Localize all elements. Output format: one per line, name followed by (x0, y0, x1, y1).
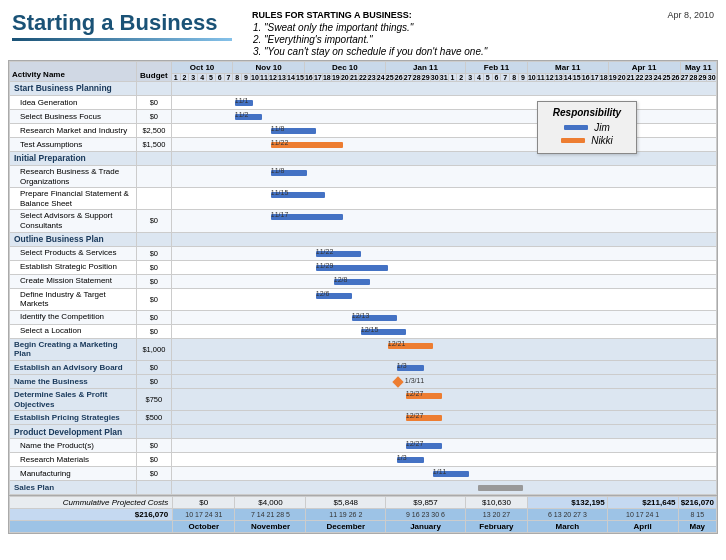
activity-name: Select Advisors & Support Consultants (10, 210, 137, 232)
title-underline (12, 38, 232, 41)
cumulative-label: Cummulative Projected Costs (10, 497, 173, 509)
activity-name: Test Assumptions (10, 138, 137, 152)
jim-color-bar (564, 125, 588, 130)
activity-name: Name the Business (10, 374, 137, 388)
activity-name: Start Business Planning (10, 82, 137, 96)
footer-table: Cummulative Projected Costs $0 $4,000 $5… (9, 496, 717, 533)
header: Starting a Business RULES FOR STARTING A… (4, 4, 722, 60)
jan-header: Jan 11 (385, 62, 465, 74)
activity-row: Name the Business$01/3/11 (10, 374, 717, 388)
activity-name: Initial Preparation (10, 152, 137, 166)
activity-name: Research Business & Trade Organizations (10, 166, 137, 188)
nov-days-label: 7 14 21 28 5 (235, 509, 306, 521)
activity-name: Manufacturing (10, 467, 137, 481)
budget-cell: $0 (136, 467, 171, 481)
activity-row: Prepare Financial Statement & Balance Sh… (10, 188, 717, 210)
budget-cell: $0 (136, 274, 171, 288)
apr-days-label: 10 17 24 1 (607, 509, 678, 521)
activity-row: Establish Pricing Strategies$50012/27 (10, 411, 717, 425)
budget-cell: $1,500 (136, 138, 171, 152)
budget-cell: $0 (136, 374, 171, 388)
nov-header: Nov 10 (233, 62, 305, 74)
cost-dec: $5,848 (306, 497, 386, 509)
date-label: Apr 8, 2010 (667, 10, 714, 58)
gantt-bar-area (171, 232, 716, 246)
month-dec: December (306, 521, 386, 533)
section-row: Start Business Planning (10, 82, 717, 96)
budget-cell: $500 (136, 411, 171, 425)
cost-feb: $10,630 (465, 497, 527, 509)
rule-2: "Everything's important." (264, 34, 667, 45)
nikki-color-bar (561, 138, 585, 143)
jan-days-label: 9 16 23 30 6 (386, 509, 466, 521)
activity-name: Select Business Focus (10, 110, 137, 124)
gantt-bar-area: 12/21 (171, 338, 716, 360)
mar-header: Mar 11 (527, 62, 608, 74)
budget-cell: $2,500 (136, 124, 171, 138)
title-section: Starting a Business (12, 10, 232, 58)
may-header: May 11 (680, 62, 716, 74)
responsibility-person-name: Jim (594, 122, 610, 133)
activity-row: Research Materials$01/3 (10, 453, 717, 467)
gantt-bar-area: 11/22 (171, 246, 716, 260)
budget-cell (136, 82, 171, 96)
oct-days-label: 10 17 24 31 (173, 509, 235, 521)
gantt-bar-area: 11/8 (171, 166, 716, 188)
gantt-bar-area: 1/11 (171, 467, 716, 481)
responsibility-item: Jim (548, 122, 626, 133)
gantt-bar-area (171, 82, 716, 96)
activity-row: Select a Location$012/15 (10, 324, 717, 338)
budget-cell: $0 (136, 310, 171, 324)
activity-name: Establish an Advisory Board (10, 360, 137, 374)
budget-header: Budget (136, 62, 171, 82)
budget-cell: $0 (136, 96, 171, 110)
activity-name: Define Industry & Target Markets (10, 288, 137, 310)
activity-name: Identify the Competition (10, 310, 137, 324)
budget-cell (136, 232, 171, 246)
month-may: May (678, 521, 716, 533)
activity-name: Research Materials (10, 453, 137, 467)
activity-name: Idea Generation (10, 96, 137, 110)
mar-days-label: 6 13 20 27 3 (528, 509, 608, 521)
activity-name: Begin Creating a Marketing Plan (10, 338, 137, 360)
budget-cell: $0 (136, 288, 171, 310)
budget-cell (136, 425, 171, 439)
activity-row: Name the Product(s)$012/27 (10, 439, 717, 453)
activity-row: Sales Plan (10, 481, 717, 495)
activity-row: Establish Strategic Position$011/29 (10, 260, 717, 274)
month-mar: March (528, 521, 608, 533)
gantt-bar-area: 12/27 (171, 388, 716, 410)
gantt-bar-area: 11/15 (171, 188, 716, 210)
budget-cell: $0 (136, 439, 171, 453)
month-jan: January (386, 521, 466, 533)
month-label-row: October November December January Februa… (10, 521, 717, 533)
activity-name: Select a Location (10, 324, 137, 338)
budget-cell (136, 152, 171, 166)
gantt-bar-area (171, 481, 716, 495)
activity-row: Determine Sales & Profit Objectives$7501… (10, 388, 717, 410)
feb-header: Feb 11 (466, 62, 528, 74)
budget-cell: $0 (136, 246, 171, 260)
activity-name: Outline Business Plan (10, 232, 137, 246)
activity-row: Begin Creating a Marketing Plan$1,00012/… (10, 338, 717, 360)
responsibility-box: ResponsibilityJimNikki (537, 101, 637, 154)
activity-row: Research Business & Trade Organizations1… (10, 166, 717, 188)
gantt-bar (478, 485, 523, 491)
activity-row: Define Industry & Target Markets$012/6 (10, 288, 717, 310)
activity-name: Select Products & Services (10, 246, 137, 260)
budget-cell (136, 481, 171, 495)
cost-oct: $0 (173, 497, 235, 509)
month-feb: February (465, 521, 527, 533)
responsibility-person-name: Nikki (591, 135, 613, 146)
activity-name: Name the Product(s) (10, 439, 137, 453)
gantt-bar-area: 11/29 (171, 260, 716, 274)
cost-jan: $9,857 (386, 497, 466, 509)
responsibility-title: Responsibility (548, 107, 626, 118)
responsibility-item: Nikki (548, 135, 626, 146)
gantt-bar-area: 12/13 (171, 310, 716, 324)
budget-cell: $750 (136, 388, 171, 410)
rule-3: "You can't stay on schedule if you don't… (264, 46, 667, 57)
rule-1: "Sweat only the important things." (264, 22, 667, 33)
gantt-bar-area: 12/27 (171, 439, 716, 453)
footer: Cummulative Projected Costs $0 $4,000 $5… (8, 496, 718, 534)
